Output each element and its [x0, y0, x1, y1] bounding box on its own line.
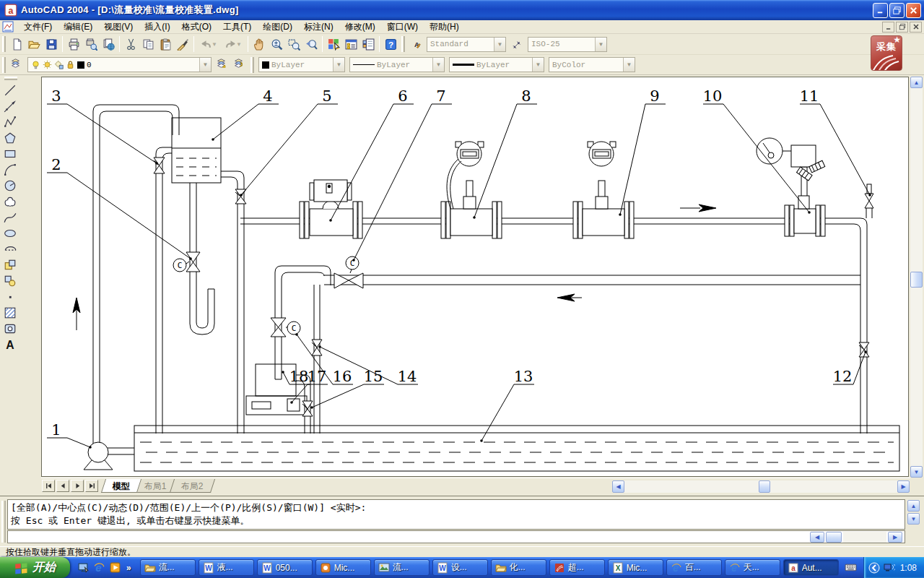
make-block-tool-button[interactable] [1, 273, 19, 289]
caiji-plugin-logo[interactable]: ★ 采集 [871, 35, 902, 71]
display-settings-icon[interactable] [884, 562, 895, 574]
menu-修改(M)[interactable]: 修改(M) [339, 20, 381, 34]
media-player-icon[interactable] [109, 561, 121, 574]
command-history[interactable]: [全部(A)/中心点(C)/动态(D)/范围(E)/上一个(P)/比例(S)/窗… [7, 499, 905, 530]
dim-style-combo[interactable]: ISO-25 ▼ [528, 37, 607, 52]
chevron-down-icon[interactable]: ▼ [494, 38, 505, 51]
taskbar-button-流...[interactable]: 流... [374, 559, 430, 576]
menu-标注(N)[interactable]: 标注(N) [298, 20, 339, 34]
dim-style-button[interactable] [508, 35, 526, 53]
match-properties-button[interactable] [174, 35, 191, 53]
chevron-down-icon[interactable]: ▼ [532, 58, 544, 72]
chevron-down-icon[interactable]: ▼ [623, 58, 635, 72]
tab-last-button[interactable] [85, 480, 98, 492]
redo-button[interactable]: ▼ [221, 35, 245, 53]
taskbar-button-天...[interactable]: e天... [725, 559, 780, 576]
close-button[interactable] [906, 3, 921, 18]
scroll-up-button[interactable]: ▲ [907, 500, 920, 512]
menu-窗口(W)[interactable]: 窗口(W) [381, 20, 424, 34]
plot-preview-button[interactable] [82, 35, 100, 53]
layer-viewport-freeze-icon[interactable] [54, 60, 64, 69]
tab-model[interactable]: 模型 [101, 479, 141, 493]
ellipse-tool-button[interactable] [1, 225, 19, 241]
menu-格式(O)[interactable]: 格式(O) [176, 20, 217, 34]
command-input[interactable] [7, 530, 905, 543]
zoom-realtime-button[interactable] [268, 35, 285, 53]
mdi-restore-button[interactable] [896, 22, 908, 33]
layer-combo[interactable]: 0 ▼ [27, 57, 212, 72]
scroll-track[interactable] [843, 532, 886, 543]
linetype-combo[interactable]: ByLayer ▼ [349, 57, 445, 72]
qnew-button[interactable] [8, 35, 25, 53]
tray-chevron-icon[interactable] [868, 562, 880, 574]
revision-cloud-tool-button[interactable] [1, 194, 19, 210]
toolbar-grip[interactable] [4, 77, 17, 80]
construction-line-tool-button[interactable] [1, 98, 19, 114]
tab-layout2[interactable]: 布局2 [170, 479, 215, 493]
scroll-down-button[interactable]: ▼ [907, 513, 920, 525]
publish-button[interactable] [100, 35, 117, 53]
ie-icon[interactable]: e [93, 561, 105, 574]
lineweight-combo[interactable]: ByLayer ▼ [449, 57, 544, 72]
open-button[interactable] [25, 35, 43, 53]
text-style-combo[interactable]: Standard ▼ [427, 37, 506, 52]
menu-绘图(D)[interactable]: 绘图(D) [257, 20, 298, 34]
polygon-tool-button[interactable] [1, 130, 19, 146]
polyline-tool-button[interactable] [1, 114, 19, 130]
taskbar-button-超...[interactable]: 超... [549, 559, 605, 576]
toolbar-grip[interactable] [250, 57, 254, 73]
scroll-right-button[interactable]: ▶ [888, 532, 902, 543]
text-style-button[interactable]: A [407, 35, 424, 53]
taskbar-button-Aut...[interactable]: aAut... [783, 559, 839, 576]
scroll-right-button[interactable]: ▶ [897, 480, 910, 493]
scroll-left-button[interactable]: ◀ [612, 480, 624, 493]
scroll-left-button[interactable]: ◀ [810, 532, 824, 543]
zoom-window-button[interactable] [285, 35, 302, 53]
menu-工具(T)[interactable]: 工具(T) [217, 20, 257, 34]
layer-on-icon[interactable] [31, 60, 40, 69]
tray-clock[interactable]: 1:08 [900, 563, 917, 573]
arc-tool-button[interactable] [1, 162, 19, 178]
spline-tool-button[interactable] [1, 210, 19, 225]
menu-插入(I)[interactable]: 插入(I) [139, 20, 175, 34]
start-button[interactable]: 开始 [0, 557, 70, 578]
command-scrollbar[interactable]: ▲ ▼ [907, 499, 920, 530]
save-button[interactable] [43, 35, 60, 53]
help-button[interactable]: ? [382, 35, 399, 53]
layer-thaw-icon[interactable] [43, 60, 52, 69]
taskbar-button-Mic...[interactable]: Mic... [315, 559, 371, 576]
layer-previous-button[interactable] [231, 56, 248, 74]
paste-button[interactable] [157, 35, 174, 53]
scroll-thumb[interactable] [759, 480, 770, 493]
ellipse-arc-tool-button[interactable] [1, 241, 19, 257]
menu-文件(F)[interactable]: 文件(F) [18, 20, 58, 34]
zoom-previous-button[interactable] [302, 35, 320, 53]
undo-button[interactable]: ▼ [196, 35, 221, 53]
scroll-up-button[interactable]: ▲ [910, 77, 923, 88]
copy-button[interactable] [139, 35, 157, 53]
keyboard-language-icon[interactable] [845, 561, 857, 574]
menu-视图(V)[interactable]: 视图(V) [98, 20, 139, 34]
layer-lock-icon[interactable] [66, 60, 75, 69]
cut-button[interactable] [122, 35, 139, 53]
taskbar-button-化...[interactable]: 化... [491, 559, 546, 576]
minimize-button[interactable] [873, 3, 888, 18]
toolbar-grip[interactable] [401, 36, 405, 52]
scroll-thumb[interactable] [910, 272, 923, 288]
title-bar[interactable]: a AutoCAD 2004 - [D:\流量校准\流量校准装置.dwg] [0, 0, 924, 20]
quick-launch-overflow-chevron[interactable]: » [126, 563, 131, 573]
command-input-scrollbar[interactable]: ◀ ▶ [810, 531, 902, 543]
make-object-layer-current-button[interactable] [214, 56, 231, 74]
scroll-track[interactable] [624, 480, 897, 493]
show-desktop-icon[interactable] [77, 561, 90, 574]
scroll-down-button[interactable]: ▼ [910, 466, 923, 478]
command-window-grip[interactable] [1, 501, 6, 543]
toolbar-grip[interactable] [2, 57, 6, 73]
rectangle-tool-button[interactable] [1, 146, 19, 162]
taskbar-button-050...[interactable]: W050... [257, 559, 313, 576]
color-combo[interactable]: ByLayer ▼ [258, 57, 345, 72]
line-tool-button[interactable] [1, 82, 19, 98]
canvas-vertical-scrollbar[interactable]: ▲ ▼ [910, 77, 923, 478]
tool-palettes-button[interactable] [359, 35, 377, 53]
taskbar-button-Mic...[interactable]: XMic... [608, 559, 663, 576]
